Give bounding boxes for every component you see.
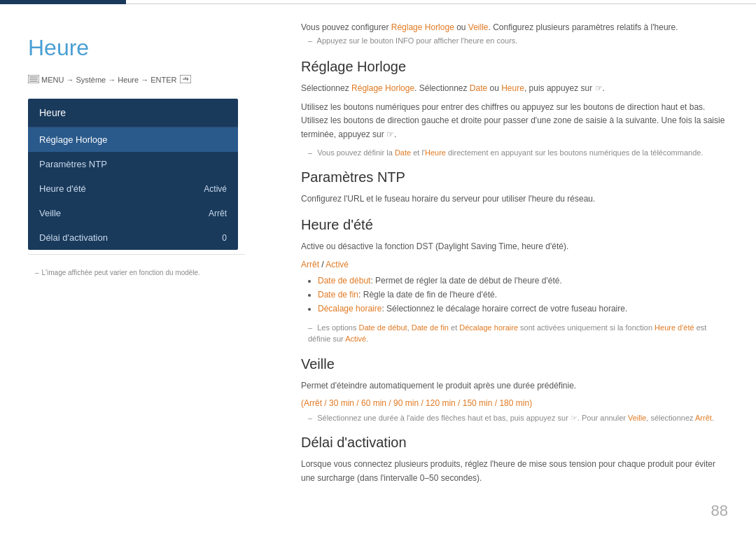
breadcrumb-arrow2: → <box>108 76 115 84</box>
nav-item-label: Réglage Horloge <box>39 134 108 145</box>
heure-ete-options: Arrêt / Activé <box>301 260 728 269</box>
breadcrumb-arrow1: → <box>66 76 74 84</box>
enter-icon <box>178 75 191 85</box>
option-arret: Arrêt <box>301 260 319 269</box>
nav-item-reglage-horloge[interactable]: Réglage Horloge <box>28 127 238 152</box>
nav-item-delai-activation[interactable]: Délai d'activation 0 <box>28 225 238 250</box>
right-panel: Vous pouvez configurer Réglage Horloge o… <box>273 0 756 534</box>
section-body-delai: Lorsque vous connectez plusieurs produit… <box>301 458 728 484</box>
nav-item-value: Arrêt <box>209 209 227 218</box>
nav-item-veille[interactable]: Veille Arrêt <box>28 201 238 225</box>
intro-link-veille: Veille <box>468 22 489 32</box>
section-body-ntp: Configurez l'URL et le fuseau horaire du… <box>301 192 728 206</box>
note-link-heure-ete: Heure d'été <box>654 323 694 332</box>
section-body-rh2: Utilisez les boutons numériques pour ent… <box>301 101 728 141</box>
breadcrumb-menu: MENU <box>41 76 64 84</box>
section-note-he: Les options Date de début, Date de fin e… <box>301 322 728 345</box>
bullet-date-fin: Date de fin: Règle la date de fin de l'h… <box>318 288 728 302</box>
breadcrumb-enter: ENTER <box>150 76 176 84</box>
link-reglage-horloge: Réglage Horloge <box>351 83 414 93</box>
nav-header: Heure <box>28 99 238 127</box>
nav-item-label: Paramètres NTP <box>39 159 107 169</box>
sleep-options-list: (Arrêt / 30 min / 60 min / 90 min / 120 … <box>301 398 728 408</box>
section-title-delai-activation: Délai d'activation <box>301 435 728 451</box>
section-title-heure-ete: Heure d'été <box>301 217 728 233</box>
note-link-decalage: Décalage horaire <box>459 323 518 332</box>
section-note-veille: Sélectionnez une durée à l'aide des flèc… <box>301 412 728 424</box>
note-link-date-debut: Date de début <box>359 323 407 332</box>
side-nav-menu: Heure Réglage Horloge Paramètres NTP Heu… <box>28 99 238 250</box>
note-link-date: Date <box>395 148 411 157</box>
breadcrumb: MENU → Système → Heure → ENTER <box>28 75 245 85</box>
section-body-he1: Active ou désactive la fonction DST (Day… <box>301 240 728 253</box>
nav-item-heure-ete[interactable]: Heure d'été Activé <box>28 176 238 201</box>
page-title: Heure <box>28 35 245 61</box>
section-body-rh1: Sélectionnez Réglage Horloge. Sélectionn… <box>301 82 728 95</box>
heure-ete-bullets: Date de début: Permet de régler la date … <box>301 274 728 316</box>
link-date: Date <box>470 83 487 93</box>
nav-item-label: Heure d'été <box>39 183 86 194</box>
link-heure: Heure <box>501 83 524 93</box>
intro-text: Vous pouvez configurer Réglage Horloge o… <box>301 21 728 34</box>
link-date-debut: Date de début <box>318 276 370 286</box>
intro-note: Appuyez sur le bouton INFO pour afficher… <box>301 36 728 45</box>
nav-item-parametres-ntp[interactable]: Paramètres NTP <box>28 152 238 176</box>
section-title-veille: Veille <box>301 356 728 372</box>
link-decalage-horaire: Décalage horaire <box>318 304 382 314</box>
section-title-reglage-horloge: Réglage Horloge <box>301 59 728 75</box>
note-link-veille: Veille <box>628 414 646 422</box>
intro-link-reglage: Réglage Horloge <box>391 22 454 32</box>
note-link-active: Activé <box>345 335 366 343</box>
left-panel: Heure MENU → Système → Heure → ENTER <box>0 0 266 534</box>
section-body-veille: Permet d'éteindre automatiquement le pro… <box>301 379 728 393</box>
bullet-decalage-horaire: Décalage horaire: Sélectionnez le décala… <box>318 302 728 316</box>
section-title-parametres-ntp: Paramètres NTP <box>301 169 728 185</box>
breadcrumb-system: Système <box>76 76 106 84</box>
menu-icon <box>28 75 39 85</box>
breadcrumb-heure: Heure <box>118 76 139 84</box>
nav-item-value: 0 <box>222 233 227 243</box>
nav-item-label: Délai d'activation <box>39 232 108 243</box>
section-note-rh: Vous pouvez définir la Date et l'Heure d… <box>301 147 728 159</box>
option-active: Activé <box>326 260 349 269</box>
nav-item-value: Activé <box>204 184 227 194</box>
note-link-heure: Heure <box>425 148 446 157</box>
left-footnote: L'image affichée peut varier en fonction… <box>28 269 245 276</box>
page-number: 88 <box>711 502 728 520</box>
nav-item-label: Veille <box>39 208 61 218</box>
bullet-date-debut: Date de début: Permet de régler la date … <box>318 274 728 288</box>
link-date-fin: Date de fin <box>318 290 358 300</box>
left-divider <box>28 254 245 255</box>
breadcrumb-arrow3: → <box>141 76 148 84</box>
note-link-arret: Arrêt <box>695 414 712 422</box>
note-link-date-fin: Date de fin <box>412 323 449 332</box>
